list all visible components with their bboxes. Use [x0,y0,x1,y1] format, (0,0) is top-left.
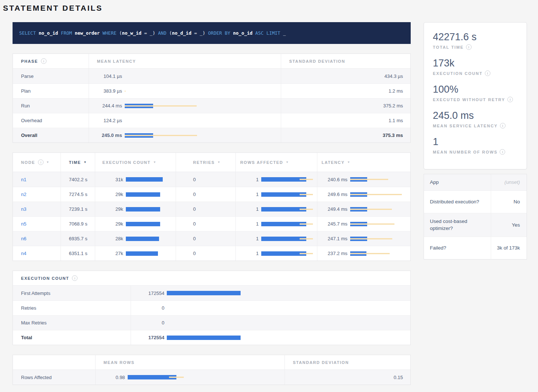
node-table-header: NODE i ▼ TIME ▼ EXECUTION COUNT ▼ RETRIE… [13,153,410,172]
retries-value: 0 [176,217,236,231]
bar-fill [126,251,158,256]
sql-token: SELECT [19,30,39,36]
info-icon[interactable]: i [485,71,490,76]
table-row: Overhead 124.2 µs 1.1 ms [13,113,410,128]
info-icon[interactable]: i [500,149,505,155]
mean-rows-value: 0.98 [98,375,125,380]
table-row: Rows Affected 0.98 0.15 [13,370,410,385]
time-column-header[interactable]: TIME ▼ [61,153,95,172]
sort-arrow-icon[interactable]: ▼ [347,161,350,164]
rows-bar-chart [261,177,313,182]
table-row: n27274.5 s29k01249.6 ms [13,187,410,202]
rows-affected-column-header[interactable]: ROWS AFFECTED ▼ [236,153,317,172]
rows-affected-header: MEAN ROWS STANDARD DEVIATION [13,355,410,370]
count-bar-chart [126,222,163,226]
bar-fill [126,237,159,241]
sort-arrow-icon[interactable]: ▼ [217,161,220,164]
node-link[interactable]: n6 [21,236,26,241]
latency-bar-chart [125,74,197,78]
stat-value: 245.0 ms [433,110,518,121]
table-row: n66935.7 s28k01247.1 ms [13,231,410,246]
stat-label: TOTAL TIMEi [433,44,518,50]
stddev-value: 375.2 ms [281,99,410,113]
bar-fill [126,177,163,182]
info-icon[interactable]: i [507,97,513,102]
retries-value: 0 [176,246,236,261]
retries-value: 0 [176,187,236,202]
sort-arrow-icon[interactable]: ▼ [83,161,86,164]
stat-label: EXECUTION COUNTi [433,71,518,76]
node-link[interactable]: n4 [21,251,26,256]
info-icon[interactable]: i [500,123,506,128]
stat-value: 173k [433,58,518,69]
sort-arrow-icon[interactable]: ▼ [286,161,289,164]
node-link[interactable]: n5 [21,221,26,227]
phase-label: Overhead [13,113,89,128]
info-icon[interactable]: i [72,275,77,281]
summary-stat: 245.0 msMEAN SERVICE LATENCYi [433,110,518,128]
detail-label: Distributed execution? [424,191,491,213]
execution-count-value: 29k [103,192,123,197]
rows-affected-value: 1 [240,206,259,212]
mean-latency-value: 245.0 ms [91,133,122,138]
execution-count-column-header[interactable]: EXECUTION COUNT ▼ [95,153,176,172]
latency-bar-chart [350,251,402,256]
execution-count-table: EXECUTION COUNT i First Attempts 172554 … [13,271,411,345]
sql-statement-box: SELECT no_o_id FROM new_order WHERE (no_… [13,22,411,44]
page-title: STATEMENT DETAILS [3,3,538,13]
retries-value: 0 [176,202,236,216]
node-link[interactable]: n2 [21,192,26,197]
info-icon[interactable]: i [38,159,44,165]
sql-token: new_order [75,30,100,36]
stddev-value: 434.3 µs [281,69,410,83]
execution-count-header-label: EXECUTION COUNT [21,276,69,281]
sql-token: no_o_id [39,30,58,36]
sql-token: = _) [192,30,208,36]
latency-column-header[interactable]: LATENCY ▼ [317,153,410,172]
node-link[interactable]: n1 [21,177,26,182]
detail-value: (unset) [491,174,527,190]
count-bar-chart [126,237,163,241]
latency-bar-chart [350,192,402,197]
info-icon[interactable]: i [41,58,46,64]
exec-count-value: 0 [133,305,164,311]
sql-token: _ [280,30,286,36]
sql-token [58,30,61,36]
table-row: n57068.9 s29k01245.7 ms [13,216,410,231]
count-bar-chart [126,207,163,212]
mean-latency-value: 244.4 ms [91,103,122,109]
summary-stats-card: 42271.6 sTOTAL TIMEi173kEXECUTION COUNTi… [424,22,527,169]
summary-stat: 100%EXECUTED WITHOUT RETRYi [433,84,518,102]
rows-bar-chart [261,251,313,256]
stat-value: 100% [433,84,518,95]
phase-label: Plan [13,84,89,98]
bar-fill [126,222,161,226]
info-icon[interactable]: i [466,44,472,50]
rows-affected-table: MEAN ROWS STANDARD DEVIATION Rows Affect… [13,355,411,385]
sort-arrow-icon[interactable]: ▼ [153,161,156,164]
latency-bar-chart [125,133,197,138]
sql-token: ORDER BY [208,30,233,36]
rows-affected-label: Rows Affected [13,370,96,385]
node-link[interactable]: n3 [21,206,26,212]
sql-token: FROM [61,30,75,36]
sql-token: ( [169,30,172,36]
summary-stat: 42271.6 sTOTAL TIMEi [433,31,518,50]
rows-affected-value: 1 [240,251,259,256]
count-bar-chart [167,321,241,325]
detail-label: Used cost-based optimizer? [424,213,491,237]
rows-affected-value: 1 [240,192,259,197]
latency-bar-chart [350,207,402,212]
phase-table-header: PHASE i MEAN LATENCY STANDARD DEVIATION [13,54,410,69]
stddev-header-label: STANDARD DEVIATION [289,59,345,63]
sort-arrow-icon[interactable]: ▼ [46,161,49,164]
stddev-line [350,194,402,195]
execution-count-value: 29k [103,206,123,212]
node-column-header[interactable]: NODE i ▼ [13,153,61,172]
stddev-value: 375.3 ms [281,128,410,142]
retries-column-header[interactable]: RETRIES ▼ [176,153,236,172]
phase-table: PHASE i MEAN LATENCY STANDARD DEVIATION … [13,54,411,143]
latency-bar-chart [350,237,402,241]
execution-count-header: EXECUTION COUNT i [13,271,410,286]
rows-bar-chart [261,237,313,241]
